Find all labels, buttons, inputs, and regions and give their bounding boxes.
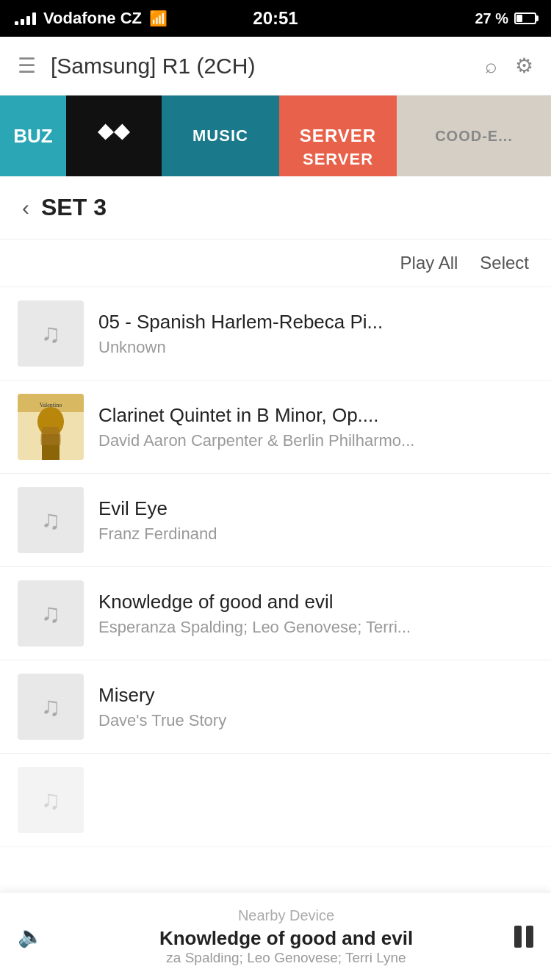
- tab-buzuz[interactable]: buz: [0, 96, 66, 176]
- track-artist: Dave's True Story: [98, 711, 533, 730]
- track-item[interactable]: ♫: [0, 754, 551, 847]
- player-info: Nearby Device Knowledge of good and evil…: [58, 907, 514, 966]
- track-title: Misery: [98, 684, 533, 707]
- carrier-label: Vodafone CZ: [43, 9, 142, 28]
- track-artist: Franz Ferdinand: [98, 525, 533, 544]
- tab-bar: buz MUSIC SERVER SERVER COOD-E...: [0, 96, 551, 176]
- back-button[interactable]: ‹: [22, 195, 29, 220]
- track-item[interactable]: ♫ Misery Dave's True Story: [0, 660, 551, 754]
- pause-button[interactable]: [514, 925, 533, 948]
- bottom-player: 🔈 Nearby Device Knowledge of good and ev…: [0, 892, 551, 980]
- signal-bars-icon: [15, 12, 36, 25]
- buzuz-label: buz: [13, 125, 52, 148]
- music-note-icon: ♫: [41, 691, 61, 722]
- actions-row: Play All Select: [0, 239, 551, 287]
- track-item[interactable]: ♫ 05 - Spanish Harlem-Rebeca Pi... Unkno…: [0, 287, 551, 381]
- status-left: Vodafone CZ 📶: [15, 9, 168, 28]
- select-button[interactable]: Select: [480, 253, 529, 273]
- settings-icon[interactable]: ⚙: [515, 54, 533, 78]
- battery-icon: [514, 12, 536, 24]
- play-all-button[interactable]: Play All: [400, 253, 458, 273]
- section-title: SET 3: [41, 194, 107, 221]
- track-info: Evil Eye Franz Ferdinand: [98, 497, 533, 544]
- track-info: Knowledge of good and evil Esperanza Spa…: [98, 591, 533, 637]
- track-artist: Unknown: [98, 338, 533, 357]
- header-right: ⌕ ⚙: [485, 54, 533, 78]
- menu-icon[interactable]: ☰: [18, 54, 36, 78]
- svg-text:Valentino: Valentino: [40, 402, 62, 408]
- track-thumbnail: ♫: [18, 580, 84, 646]
- tab-tidal[interactable]: [66, 96, 162, 176]
- search-icon[interactable]: ⌕: [485, 54, 497, 78]
- app-title: [Samsung] R1 (2CH): [51, 54, 255, 79]
- track-title: Evil Eye: [98, 497, 533, 520]
- section-header: ‹ SET 3: [0, 176, 551, 239]
- track-title: Clarinet Quintet in B Minor, Op....: [98, 404, 533, 427]
- track-item[interactable]: Valentino Clarinet Quintet in B Minor, O…: [0, 381, 551, 474]
- track-thumbnail: ♫: [18, 767, 84, 833]
- server-sub-indicator: SERVER: [279, 143, 397, 176]
- cood-tab-label: COOD-E...: [435, 128, 513, 145]
- track-thumbnail: ♫: [18, 487, 84, 553]
- header-left: ☰ [Samsung] R1 (2CH): [18, 54, 255, 79]
- player-track-title: Knowledge of good and evil: [58, 927, 514, 950]
- music-note-icon: ♫: [41, 598, 61, 629]
- track-artist: David Aaron Carpenter & Berlin Philharmo…: [98, 431, 533, 450]
- volume-icon[interactable]: 🔈: [18, 924, 43, 948]
- clarinet-album-art: Valentino: [18, 394, 84, 460]
- music-tab-label: MUSIC: [192, 126, 248, 145]
- app-header: ☰ [Samsung] R1 (2CH) ⌕ ⚙: [0, 37, 551, 96]
- music-note-icon: ♫: [41, 505, 61, 536]
- tidal-logo-icon: [98, 122, 130, 150]
- tab-server[interactable]: SERVER SERVER: [279, 96, 397, 176]
- player-track-artist: za Spalding; Leo Genovese; Terri Lyne: [58, 950, 514, 966]
- track-artist: Esperanza Spalding; Leo Genovese; Terri.…: [98, 618, 533, 637]
- music-note-icon: ♫: [41, 318, 61, 349]
- player-device-label: Nearby Device: [58, 907, 514, 924]
- track-thumbnail: ♫: [18, 674, 84, 740]
- track-title: Knowledge of good and evil: [98, 591, 533, 613]
- track-item[interactable]: ♫ Knowledge of good and evil Esperanza S…: [0, 567, 551, 660]
- track-thumbnail: Valentino: [18, 394, 84, 460]
- track-title: 05 - Spanish Harlem-Rebeca Pi...: [98, 311, 533, 334]
- track-info: Clarinet Quintet in B Minor, Op.... Davi…: [98, 404, 533, 450]
- tab-cood[interactable]: COOD-E...: [397, 96, 551, 176]
- track-list: ♫ 05 - Spanish Harlem-Rebeca Pi... Unkno…: [0, 287, 551, 847]
- music-note-icon: ♫: [41, 785, 61, 815]
- track-thumbnail: ♫: [18, 300, 84, 367]
- track-info: 05 - Spanish Harlem-Rebeca Pi... Unknown: [98, 311, 533, 357]
- battery-pct-label: 27 %: [475, 10, 508, 27]
- status-right: 27 %: [475, 10, 536, 27]
- wifi-icon: 📶: [149, 10, 168, 27]
- track-info: Misery Dave's True Story: [98, 684, 533, 730]
- status-bar: Vodafone CZ 📶 20:51 27 %: [0, 0, 551, 37]
- status-time: 20:51: [253, 8, 298, 29]
- track-item[interactable]: ♫ Evil Eye Franz Ferdinand: [0, 474, 551, 567]
- tab-music[interactable]: MUSIC: [162, 96, 279, 176]
